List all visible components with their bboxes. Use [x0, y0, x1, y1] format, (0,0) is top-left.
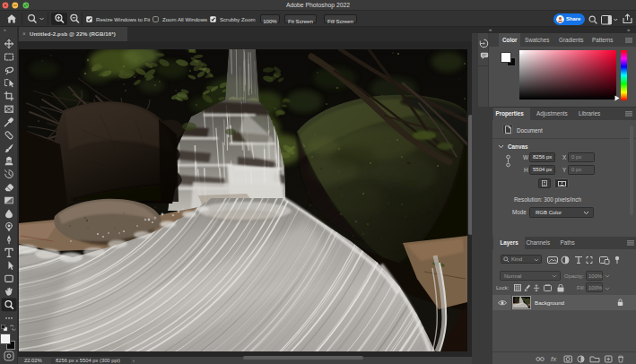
svg-text:fx: fx	[551, 355, 557, 363]
